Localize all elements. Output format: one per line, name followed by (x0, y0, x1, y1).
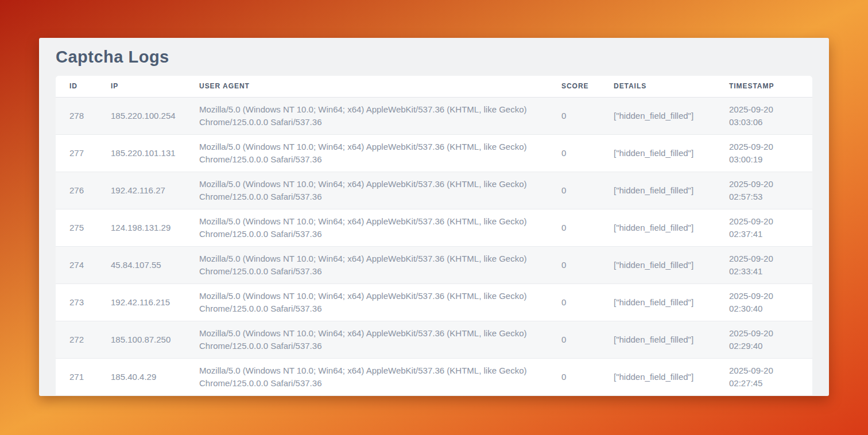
cell-score: 0 (548, 321, 600, 358)
cell-timestamp: 2025-09-20 02:27:45 (715, 358, 812, 395)
cell-ip: 192.42.116.215 (97, 283, 185, 321)
table-row: 278 185.220.100.254 Mozilla/5.0 (Windows… (56, 97, 812, 134)
column-header-id: ID (56, 76, 97, 97)
cell-id: 272 (56, 321, 97, 358)
cell-ip: 192.42.116.27 (97, 172, 185, 209)
table-header-row: ID IP USER AGENT SCORE DETAILS TIMESTAMP (56, 76, 812, 97)
cell-score: 0 (548, 358, 600, 395)
cell-timestamp: 2025-09-20 03:03:06 (715, 97, 812, 134)
cell-timestamp: 2025-09-20 02:57:53 (715, 172, 812, 209)
cell-timestamp: 2025-09-20 03:00:19 (715, 134, 812, 172)
cell-score: 0 (548, 172, 600, 209)
table-row: 272 185.100.87.250 Mozilla/5.0 (Windows … (56, 321, 812, 358)
cell-details: ["hidden_field_filled"] (600, 246, 715, 283)
table-row: 275 124.198.131.29 Mozilla/5.0 (Windows … (56, 209, 812, 246)
cell-ip: 185.220.100.254 (97, 97, 185, 134)
cell-id: 278 (56, 97, 97, 134)
table-row: 277 185.220.101.131 Mozilla/5.0 (Windows… (56, 134, 812, 172)
cell-id: 271 (56, 358, 97, 395)
cell-score: 0 (548, 134, 600, 172)
logs-table-container: ID IP USER AGENT SCORE DETAILS TIMESTAMP… (56, 76, 812, 396)
cell-score: 0 (548, 246, 600, 283)
cell-id: 276 (56, 172, 97, 209)
cell-score: 0 (548, 97, 600, 134)
cell-details: ["hidden_field_filled"] (600, 283, 715, 321)
cell-user-agent: Mozilla/5.0 (Windows NT 10.0; Win64; x64… (185, 358, 548, 395)
table-row: 273 192.42.116.215 Mozilla/5.0 (Windows … (56, 283, 812, 321)
table-row: 271 185.40.4.29 Mozilla/5.0 (Windows NT … (56, 358, 812, 395)
cell-details: ["hidden_field_filled"] (600, 358, 715, 395)
cell-details: ["hidden_field_filled"] (600, 97, 715, 134)
column-header-user-agent: USER AGENT (185, 76, 548, 97)
cell-timestamp: 2025-09-20 02:37:41 (715, 209, 812, 246)
cell-timestamp: 2025-09-20 02:33:41 (715, 246, 812, 283)
column-header-ip: IP (97, 76, 185, 97)
table-header: ID IP USER AGENT SCORE DETAILS TIMESTAMP (56, 76, 812, 97)
cell-score: 0 (548, 283, 600, 321)
cell-ip: 45.84.107.55 (97, 246, 185, 283)
cell-id: 277 (56, 134, 97, 172)
column-header-score: SCORE (548, 76, 600, 97)
cell-ip: 185.100.87.250 (97, 321, 185, 358)
cell-user-agent: Mozilla/5.0 (Windows NT 10.0; Win64; x64… (185, 97, 548, 134)
column-header-timestamp: TIMESTAMP (715, 76, 812, 97)
cell-timestamp: 2025-09-20 02:29:40 (715, 321, 812, 358)
column-header-details: DETAILS (600, 76, 715, 97)
cell-details: ["hidden_field_filled"] (600, 134, 715, 172)
cell-ip: 124.198.131.29 (97, 209, 185, 246)
cell-id: 275 (56, 209, 97, 246)
cell-user-agent: Mozilla/5.0 (Windows NT 10.0; Win64; x64… (185, 209, 548, 246)
captcha-logs-card: Captcha Logs ID IP USER AGENT SCORE DETA… (39, 38, 829, 396)
table-body: 278 185.220.100.254 Mozilla/5.0 (Windows… (56, 97, 812, 395)
cell-id: 274 (56, 246, 97, 283)
cell-ip: 185.220.101.131 (97, 134, 185, 172)
table-row: 276 192.42.116.27 Mozilla/5.0 (Windows N… (56, 172, 812, 209)
captcha-logs-table: ID IP USER AGENT SCORE DETAILS TIMESTAMP… (56, 76, 812, 396)
cell-user-agent: Mozilla/5.0 (Windows NT 10.0; Win64; x64… (185, 134, 548, 172)
page-title: Captcha Logs (56, 48, 812, 67)
cell-id: 273 (56, 283, 97, 321)
cell-user-agent: Mozilla/5.0 (Windows NT 10.0; Win64; x64… (185, 283, 548, 321)
cell-details: ["hidden_field_filled"] (600, 172, 715, 209)
cell-timestamp: 2025-09-20 02:30:40 (715, 283, 812, 321)
cell-details: ["hidden_field_filled"] (600, 321, 715, 358)
cell-user-agent: Mozilla/5.0 (Windows NT 10.0; Win64; x64… (185, 172, 548, 209)
cell-ip: 185.40.4.29 (97, 358, 185, 395)
cell-user-agent: Mozilla/5.0 (Windows NT 10.0; Win64; x64… (185, 321, 548, 358)
table-row: 274 45.84.107.55 Mozilla/5.0 (Windows NT… (56, 246, 812, 283)
cell-details: ["hidden_field_filled"] (600, 209, 715, 246)
cell-user-agent: Mozilla/5.0 (Windows NT 10.0; Win64; x64… (185, 246, 548, 283)
cell-score: 0 (548, 209, 600, 246)
